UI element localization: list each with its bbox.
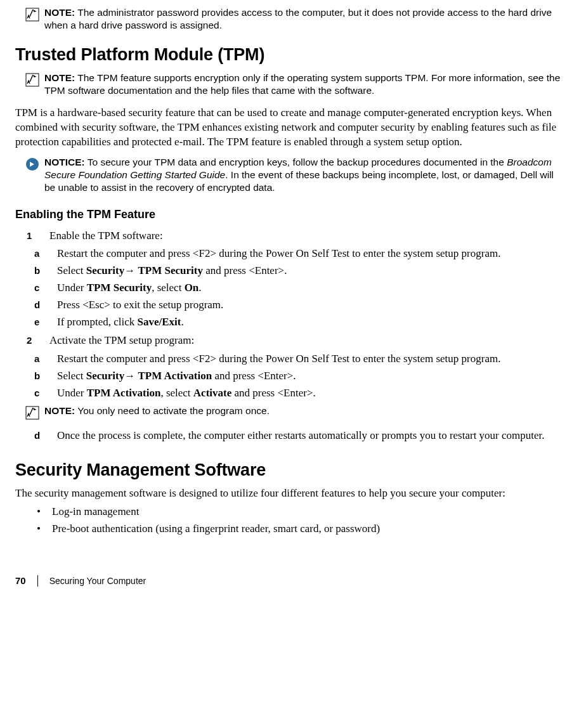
sub-bold: TPM Activation bbox=[138, 370, 212, 382]
sub-pre: Select bbox=[57, 264, 86, 276]
sub-bold: Security bbox=[86, 370, 124, 382]
note-text: NOTE: The administrator password provide… bbox=[44, 6, 564, 32]
heading-security-management: Security Management Software bbox=[15, 458, 564, 481]
note-tpm-support: NOTE: The TPM feature supports encryptio… bbox=[25, 72, 564, 97]
substep-2b: b Select Security→ TPM Activation and pr… bbox=[34, 369, 564, 384]
sub-pre: If prompted, click bbox=[57, 316, 138, 328]
sub-bold: TPM Activation bbox=[87, 387, 161, 399]
sub-pre: Under bbox=[57, 387, 87, 399]
step-body: Activate the TPM setup program: bbox=[49, 334, 564, 348]
sub-post: and press <Enter>. bbox=[212, 370, 296, 382]
footer-section-title: Securing Your Computer bbox=[49, 575, 146, 587]
note-body: You only need to activate the program on… bbox=[77, 405, 270, 416]
paragraph-tpm-description: TPM is a hardware-based security feature… bbox=[15, 106, 564, 150]
page-footer: 70 Securing Your Computer bbox=[15, 575, 564, 587]
heading-enabling-tpm: Enabling the TPM Feature bbox=[15, 207, 564, 222]
sub-bold: TPM Security bbox=[87, 282, 152, 294]
sub-post: . bbox=[198, 282, 201, 294]
note-admin-password: NOTE: The administrator password provide… bbox=[25, 6, 564, 32]
note-icon bbox=[25, 8, 39, 22]
sub-marker: d bbox=[34, 429, 44, 443]
step-2: 2 Activate the TPM setup program: bbox=[27, 334, 564, 348]
sub-marker: a bbox=[34, 352, 44, 367]
document-page: NOTE: The administrator password provide… bbox=[15, 0, 564, 613]
sub-mid: , select bbox=[160, 387, 193, 399]
step-text: Enable the TPM software: bbox=[49, 230, 163, 242]
sub-marker: b bbox=[34, 369, 44, 384]
bullet-item: • Pre-boot authentication (using a finge… bbox=[37, 522, 564, 536]
note-text: NOTE: You only need to activate the prog… bbox=[44, 405, 270, 420]
sub-bold: On bbox=[185, 282, 199, 294]
substep-2a: a Restart the computer and press <F2> du… bbox=[34, 352, 564, 367]
note-icon bbox=[25, 73, 39, 87]
step-2-sublist: a Restart the computer and press <F2> du… bbox=[15, 352, 564, 401]
substep-2d: d Once the process is complete, the comp… bbox=[34, 429, 564, 443]
ordered-list: 1 Enable the TPM software: a Restart the… bbox=[15, 229, 564, 443]
paragraph-sms-description: The security management software is desi… bbox=[15, 486, 564, 501]
sub-arrow: → bbox=[124, 264, 138, 276]
sub-marker: e bbox=[34, 315, 44, 330]
substep-1c: c Under TPM Security, select On. bbox=[34, 281, 564, 296]
sub-bold: Activate bbox=[193, 387, 231, 399]
notice-text: NOTICE: To secure your TPM data and encr… bbox=[44, 156, 564, 194]
step-body: Enable the TPM software: bbox=[49, 229, 564, 244]
sub-body: Restart the computer and press <F2> duri… bbox=[57, 247, 564, 261]
substep-2c: c Under TPM Activation, select Activate … bbox=[34, 386, 564, 401]
note-activate-once: NOTE: You only need to activate the prog… bbox=[25, 405, 564, 420]
sub-marker: b bbox=[34, 264, 44, 278]
sub-post: . bbox=[181, 316, 183, 328]
sub-bold: Save/Exit bbox=[138, 316, 181, 328]
sub-body: Once the process is complete, the comput… bbox=[57, 429, 564, 443]
sub-body: Select Security→ TPM Security and press … bbox=[57, 264, 564, 278]
step-1: 1 Enable the TPM software: bbox=[27, 229, 564, 244]
step-1-sublist: a Restart the computer and press <F2> du… bbox=[15, 247, 564, 330]
sub-marker: c bbox=[34, 281, 44, 296]
bullet-text: Pre-boot authentication (using a fingerp… bbox=[52, 522, 564, 536]
sub-bold: TPM Security bbox=[138, 264, 202, 276]
sub-body: Under TPM Activation, select Activate an… bbox=[57, 386, 564, 401]
notice-icon bbox=[25, 157, 39, 171]
sub-bold: Security bbox=[86, 264, 124, 276]
sub-body: Press <Esc> to exit the setup program. bbox=[57, 298, 564, 313]
sub-arrow: → bbox=[124, 370, 138, 382]
sub-body: Under TPM Security, select On. bbox=[57, 281, 564, 296]
note-text: NOTE: The TPM feature supports encryptio… bbox=[44, 72, 564, 97]
heading-tpm: Trusted Platform Module (TPM) bbox=[15, 43, 564, 66]
sub-body: Select Security→ TPM Activation and pres… bbox=[57, 369, 564, 384]
sub-pre: Select bbox=[57, 370, 86, 382]
bullet-text: Log-in management bbox=[52, 505, 564, 519]
notice-backup: NOTICE: To secure your TPM data and encr… bbox=[25, 156, 564, 194]
sub-mid: , select bbox=[152, 282, 184, 294]
sub-marker: c bbox=[34, 386, 44, 401]
sub-body: Restart the computer and press <F2> duri… bbox=[57, 352, 564, 367]
note-body: The administrator password provides acce… bbox=[44, 7, 552, 30]
note-label: NOTE: bbox=[44, 7, 75, 18]
sub-marker: a bbox=[34, 247, 44, 261]
bullet-item: • Log-in management bbox=[37, 505, 564, 519]
bullet-list: • Log-in management • Pre-boot authentic… bbox=[37, 505, 564, 536]
bullet-marker: • bbox=[37, 505, 43, 519]
substep-1e: e If prompted, click Save/Exit. bbox=[34, 315, 564, 330]
note-body: The TPM feature supports encryption only… bbox=[44, 72, 560, 96]
sub-post: and press <Enter>. bbox=[231, 387, 315, 399]
substep-1a: a Restart the computer and press <F2> du… bbox=[34, 247, 564, 261]
step-marker: 2 bbox=[27, 334, 39, 348]
bullet-marker: • bbox=[37, 522, 43, 536]
notice-label: NOTICE: bbox=[44, 157, 85, 167]
page-number: 70 bbox=[15, 575, 26, 587]
notice-body-pre: To secure your TPM data and encryption k… bbox=[88, 157, 507, 167]
step-text: Activate the TPM setup program: bbox=[49, 334, 194, 346]
sub-body: If prompted, click Save/Exit. bbox=[57, 315, 564, 330]
substep-1d: d Press <Esc> to exit the setup program. bbox=[34, 298, 564, 313]
footer-separator bbox=[37, 575, 38, 587]
note-icon bbox=[25, 406, 39, 420]
step-2-sublist-continued: d Once the process is complete, the comp… bbox=[15, 429, 564, 443]
note-label: NOTE: bbox=[44, 72, 75, 83]
substep-1b: b Select Security→ TPM Security and pres… bbox=[34, 264, 564, 278]
note-label: NOTE: bbox=[44, 405, 75, 416]
sub-pre: Under bbox=[57, 282, 87, 294]
step-marker: 1 bbox=[27, 229, 39, 244]
sub-post: and press <Enter>. bbox=[203, 264, 287, 276]
sub-marker: d bbox=[34, 298, 44, 313]
